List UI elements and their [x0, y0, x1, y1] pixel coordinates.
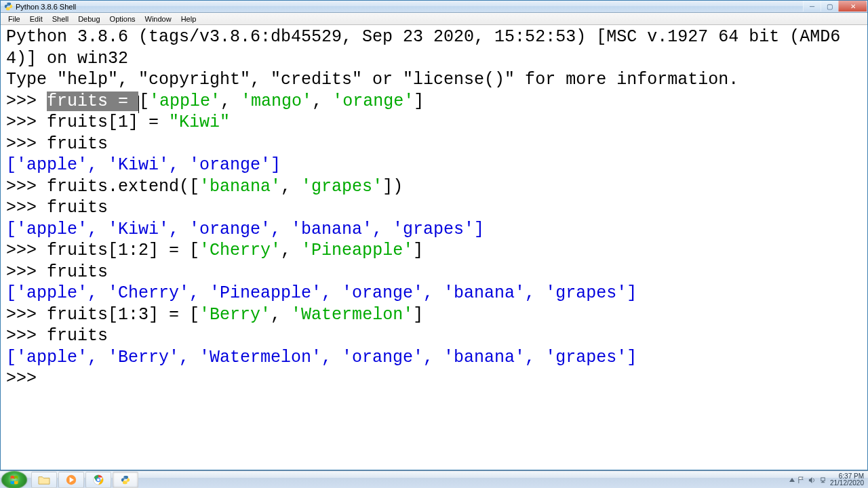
volume-icon[interactable]: [808, 476, 816, 484]
code-segment: 'Watermelon': [291, 305, 413, 325]
console-output: ['apple', 'Cherry', 'Pineapple', 'orange…: [6, 283, 637, 303]
python-icon: [3, 2, 13, 12]
code-segment: ]: [413, 241, 423, 260]
network-icon[interactable]: [819, 476, 827, 484]
code-segment: 'mango': [241, 92, 312, 111]
taskbar-item-idle[interactable]: [113, 472, 138, 488]
play-icon: [66, 474, 77, 485]
taskbar-item-explorer[interactable]: [31, 472, 57, 488]
code-segment: ,: [220, 92, 241, 111]
menu-debug[interactable]: Debug: [73, 14, 104, 24]
code-segment: fruits: [47, 198, 108, 218]
prompt: >>>: [6, 241, 47, 260]
close-button[interactable]: ✕: [838, 1, 867, 12]
prompt: >>>: [6, 326, 47, 346]
folder-icon: [38, 474, 50, 485]
code-segment: fruits[1:2] = [: [47, 241, 199, 260]
prompt: >>>: [6, 369, 47, 388]
tray-overflow-icon[interactable]: [789, 478, 795, 482]
code-segment: "Kiwi": [169, 113, 230, 132]
console-output: ['apple', 'Kiwi', 'orange']: [6, 155, 281, 175]
menu-window[interactable]: Window: [140, 14, 176, 24]
menu-edit[interactable]: Edit: [25, 14, 47, 24]
menu-help[interactable]: Help: [176, 14, 201, 24]
code-segment: ,: [281, 177, 301, 197]
menu-options[interactable]: Options: [105, 14, 140, 24]
banner-line: Python 3.8.6 (tags/v3.8.6:db45529, Sep 2…: [6, 27, 840, 68]
window-title: Python 3.8.6 Shell: [16, 3, 803, 11]
menu-shell[interactable]: Shell: [47, 14, 73, 24]
flag-icon[interactable]: [797, 476, 806, 484]
console-output: ['apple', 'Berry', 'Watermelon', 'orange…: [6, 348, 637, 367]
text-cursor: [138, 96, 139, 113]
clock[interactable]: 6:37 PM 21/12/2020: [830, 473, 864, 487]
svg-point-6: [97, 479, 100, 481]
python-icon: [121, 475, 130, 485]
window-controls: ─ ▢ ✕: [803, 1, 867, 12]
code-segment: ]: [413, 305, 423, 325]
taskbar[interactable]: 6:37 PM 21/12/2020: [0, 470, 868, 488]
code-segment: fruits =: [47, 92, 138, 111]
code-segment: 'orange': [332, 92, 414, 111]
console-output: ['apple', 'Kiwi', 'orange', 'banana', 'g…: [6, 220, 484, 239]
console-area[interactable]: Python 3.8.6 (tags/v3.8.6:db45529, Sep 2…: [1, 25, 867, 470]
taskbar-item-chrome[interactable]: [85, 472, 111, 488]
app-window: Python 3.8.6 Shell ─ ▢ ✕ File Edit Shell…: [0, 0, 868, 470]
chrome-icon: [93, 474, 104, 485]
taskbar-item-media[interactable]: [58, 472, 84, 488]
start-button[interactable]: [1, 471, 27, 489]
code-segment: fruits: [47, 326, 108, 346]
code-segment: ,: [312, 92, 332, 111]
system-tray[interactable]: 6:37 PM 21/12/2020: [787, 471, 867, 488]
menubar: File Edit Shell Debug Options Window Hel…: [1, 13, 867, 25]
code-segment: ]): [382, 177, 403, 197]
svg-point-1: [9, 9, 10, 9]
code-segment: fruits[1:3] = [: [47, 305, 199, 325]
clock-date: 21/12/2020: [830, 480, 864, 487]
code-segment: 'grapes': [301, 177, 382, 197]
code-segment: fruits: [47, 134, 108, 154]
menu-file[interactable]: File: [3, 14, 25, 24]
minimize-button[interactable]: ─: [803, 1, 821, 12]
code-segment: 'Berry': [199, 305, 271, 325]
prompt: >>>: [6, 198, 47, 218]
code-segment: 'Pineapple': [301, 241, 413, 260]
code-segment: fruits: [47, 262, 108, 282]
svg-point-2: [9, 474, 20, 485]
prompt: >>>: [6, 113, 47, 132]
prompt: >>>: [6, 305, 47, 325]
code-segment: ]: [414, 92, 424, 111]
prompt: >>>: [6, 177, 47, 197]
prompt: >>>: [6, 134, 47, 154]
code-segment: 'Cherry': [199, 241, 281, 260]
banner-line: Type "help", "copyright", "credits" or "…: [6, 70, 738, 89]
code-segment: fruits.extend([: [47, 177, 199, 197]
titlebar[interactable]: Python 3.8.6 Shell ─ ▢ ✕: [1, 1, 867, 13]
svg-point-0: [6, 3, 7, 4]
code-segment: [: [139, 92, 149, 111]
code-segment: fruits[1] =: [47, 113, 169, 132]
maximize-button[interactable]: ▢: [821, 1, 838, 12]
code-segment: 'banana': [199, 177, 281, 197]
prompt: >>>: [6, 92, 47, 111]
code-segment: ,: [271, 305, 291, 325]
code-segment: ,: [281, 241, 301, 260]
code-segment: 'apple': [149, 92, 220, 111]
prompt: >>>: [6, 262, 47, 282]
svg-rect-7: [821, 477, 825, 481]
